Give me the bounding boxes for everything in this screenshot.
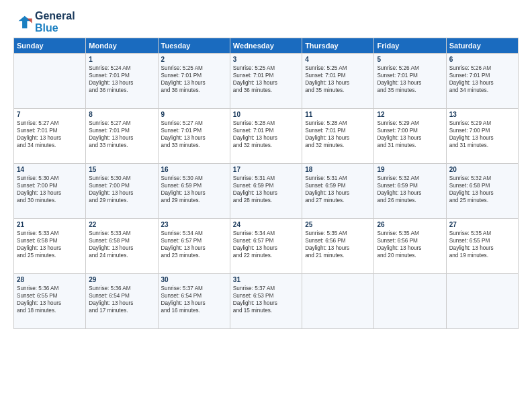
calendar-cell: 5Sunrise: 5:26 AM Sunset: 7:01 PM Daylig… xyxy=(374,54,446,109)
calendar-cell: 8Sunrise: 5:27 AM Sunset: 7:01 PM Daylig… xyxy=(86,109,158,164)
cell-content: Sunrise: 5:32 AM Sunset: 6:59 PM Dayligh… xyxy=(377,175,443,204)
cell-content: Sunrise: 5:37 AM Sunset: 6:53 PM Dayligh… xyxy=(233,285,299,314)
day-number: 22 xyxy=(89,221,154,228)
calendar-cell: 19Sunrise: 5:32 AM Sunset: 6:59 PM Dayli… xyxy=(374,164,446,219)
col-header-tuesday: Tuesday xyxy=(158,38,230,54)
cell-content: Sunrise: 5:34 AM Sunset: 6:57 PM Dayligh… xyxy=(233,230,299,259)
cell-content: Sunrise: 5:25 AM Sunset: 7:01 PM Dayligh… xyxy=(233,64,299,94)
day-number: 23 xyxy=(161,221,227,228)
cell-content: Sunrise: 5:35 AM Sunset: 6:55 PM Dayligh… xyxy=(449,230,515,259)
cell-content: Sunrise: 5:26 AM Sunset: 7:01 PM Dayligh… xyxy=(449,64,515,94)
cell-content: Sunrise: 5:31 AM Sunset: 6:59 PM Dayligh… xyxy=(305,175,371,204)
cell-content: Sunrise: 5:29 AM Sunset: 7:00 PM Dayligh… xyxy=(377,120,443,149)
svg-marker-0 xyxy=(19,15,31,28)
cell-content: Sunrise: 5:34 AM Sunset: 6:57 PM Dayligh… xyxy=(161,230,227,259)
cell-content: Sunrise: 5:30 AM Sunset: 6:59 PM Dayligh… xyxy=(161,175,227,204)
day-number: 19 xyxy=(377,166,443,173)
calendar-cell: 12Sunrise: 5:29 AM Sunset: 7:00 PM Dayli… xyxy=(374,109,446,164)
calendar-cell: 28Sunrise: 5:36 AM Sunset: 6:55 PM Dayli… xyxy=(14,274,86,329)
cell-content: Sunrise: 5:28 AM Sunset: 7:01 PM Dayligh… xyxy=(233,120,299,149)
calendar-cell: 9Sunrise: 5:27 AM Sunset: 7:01 PM Daylig… xyxy=(158,109,230,164)
calendar-cell: 18Sunrise: 5:31 AM Sunset: 6:59 PM Dayli… xyxy=(302,164,374,219)
day-number: 17 xyxy=(233,166,299,173)
day-number: 31 xyxy=(233,276,299,283)
day-number: 6 xyxy=(449,56,515,63)
cell-content: Sunrise: 5:32 AM Sunset: 6:58 PM Dayligh… xyxy=(449,175,515,204)
calendar-cell: 17Sunrise: 5:31 AM Sunset: 6:59 PM Dayli… xyxy=(230,164,302,219)
day-number: 12 xyxy=(377,111,443,118)
calendar-cell: 24Sunrise: 5:34 AM Sunset: 6:57 PM Dayli… xyxy=(230,219,302,274)
day-number: 29 xyxy=(89,276,154,283)
day-number: 27 xyxy=(449,221,515,228)
day-number: 10 xyxy=(233,111,299,118)
calendar-cell: 25Sunrise: 5:35 AM Sunset: 6:56 PM Dayli… xyxy=(302,219,374,274)
cell-content: Sunrise: 5:27 AM Sunset: 7:01 PM Dayligh… xyxy=(89,120,154,149)
day-number: 21 xyxy=(17,221,83,228)
calendar-cell: 7Sunrise: 5:27 AM Sunset: 7:01 PM Daylig… xyxy=(14,109,86,164)
calendar-cell: 4Sunrise: 5:25 AM Sunset: 7:01 PM Daylig… xyxy=(302,54,374,109)
calendar-cell: 29Sunrise: 5:36 AM Sunset: 6:54 PM Dayli… xyxy=(86,274,158,329)
calendar-cell: 13Sunrise: 5:29 AM Sunset: 7:00 PM Dayli… xyxy=(446,109,518,164)
day-number: 18 xyxy=(305,166,371,173)
calendar-header: SundayMondayTuesdayWednesdayThursdayFrid… xyxy=(14,38,519,54)
calendar-cell: 14Sunrise: 5:30 AM Sunset: 7:00 PM Dayli… xyxy=(14,164,86,219)
cell-content: Sunrise: 5:31 AM Sunset: 6:59 PM Dayligh… xyxy=(233,175,299,204)
calendar-cell xyxy=(302,274,374,329)
cell-content: Sunrise: 5:35 AM Sunset: 6:56 PM Dayligh… xyxy=(377,230,443,259)
day-number: 7 xyxy=(17,111,83,118)
logo-text: General Blue xyxy=(35,10,75,34)
calendar-cell: 10Sunrise: 5:28 AM Sunset: 7:01 PM Dayli… xyxy=(230,109,302,164)
day-number: 1 xyxy=(89,56,154,63)
cell-content: Sunrise: 5:30 AM Sunset: 7:00 PM Dayligh… xyxy=(17,175,83,204)
day-number: 25 xyxy=(305,221,371,228)
calendar-cell: 23Sunrise: 5:34 AM Sunset: 6:57 PM Dayli… xyxy=(158,219,230,274)
cell-content: Sunrise: 5:33 AM Sunset: 6:58 PM Dayligh… xyxy=(17,230,83,259)
calendar-cell: 16Sunrise: 5:30 AM Sunset: 6:59 PM Dayli… xyxy=(158,164,230,219)
cell-content: Sunrise: 5:37 AM Sunset: 6:54 PM Dayligh… xyxy=(161,285,227,314)
day-number: 5 xyxy=(377,56,443,63)
calendar-cell xyxy=(14,54,86,109)
day-number: 8 xyxy=(89,111,154,118)
week-row-4: 21Sunrise: 5:33 AM Sunset: 6:58 PM Dayli… xyxy=(14,219,519,274)
day-number: 4 xyxy=(305,56,371,63)
cell-content: Sunrise: 5:29 AM Sunset: 7:00 PM Dayligh… xyxy=(449,120,515,149)
calendar-cell: 30Sunrise: 5:37 AM Sunset: 6:54 PM Dayli… xyxy=(158,274,230,329)
cell-content: Sunrise: 5:27 AM Sunset: 7:01 PM Dayligh… xyxy=(161,120,227,149)
calendar-cell: 26Sunrise: 5:35 AM Sunset: 6:56 PM Dayli… xyxy=(374,219,446,274)
calendar-cell: 21Sunrise: 5:33 AM Sunset: 6:58 PM Dayli… xyxy=(14,219,86,274)
calendar-cell xyxy=(374,274,446,329)
cell-content: Sunrise: 5:24 AM Sunset: 7:01 PM Dayligh… xyxy=(89,64,154,94)
week-row-5: 28Sunrise: 5:36 AM Sunset: 6:55 PM Dayli… xyxy=(14,274,519,329)
calendar-cell: 22Sunrise: 5:33 AM Sunset: 6:58 PM Dayli… xyxy=(86,219,158,274)
day-number: 3 xyxy=(233,56,299,63)
week-row-3: 14Sunrise: 5:30 AM Sunset: 7:00 PM Dayli… xyxy=(14,164,519,219)
col-header-monday: Monday xyxy=(86,38,158,54)
calendar-cell: 20Sunrise: 5:32 AM Sunset: 6:58 PM Dayli… xyxy=(446,164,518,219)
logo-icon xyxy=(13,15,32,30)
calendar-table: SundayMondayTuesdayWednesdayThursdayFrid… xyxy=(13,38,519,329)
cell-content: Sunrise: 5:33 AM Sunset: 6:58 PM Dayligh… xyxy=(89,230,154,259)
day-number: 26 xyxy=(377,221,443,228)
day-number: 15 xyxy=(89,166,154,173)
cell-content: Sunrise: 5:26 AM Sunset: 7:01 PM Dayligh… xyxy=(377,64,443,94)
col-header-saturday: Saturday xyxy=(446,38,518,54)
main-container: General Blue SundayMondayTuesdayWednesda… xyxy=(0,0,532,336)
col-header-wednesday: Wednesday xyxy=(230,38,302,54)
day-number: 30 xyxy=(161,276,227,283)
cell-content: Sunrise: 5:36 AM Sunset: 6:54 PM Dayligh… xyxy=(89,285,154,314)
day-number: 13 xyxy=(449,111,515,118)
week-row-2: 7Sunrise: 5:27 AM Sunset: 7:01 PM Daylig… xyxy=(14,109,519,164)
week-row-1: 1Sunrise: 5:24 AM Sunset: 7:01 PM Daylig… xyxy=(14,54,519,109)
day-number: 14 xyxy=(17,166,83,173)
cell-content: Sunrise: 5:35 AM Sunset: 6:56 PM Dayligh… xyxy=(305,230,371,259)
cell-content: Sunrise: 5:25 AM Sunset: 7:01 PM Dayligh… xyxy=(305,64,371,94)
calendar-cell: 15Sunrise: 5:30 AM Sunset: 7:00 PM Dayli… xyxy=(86,164,158,219)
calendar-cell xyxy=(446,274,518,329)
calendar-cell: 3Sunrise: 5:25 AM Sunset: 7:01 PM Daylig… xyxy=(230,54,302,109)
cell-content: Sunrise: 5:25 AM Sunset: 7:01 PM Dayligh… xyxy=(161,64,227,94)
col-header-thursday: Thursday xyxy=(302,38,374,54)
day-number: 11 xyxy=(305,111,371,118)
logo: General Blue xyxy=(13,10,75,34)
calendar-cell: 6Sunrise: 5:26 AM Sunset: 7:01 PM Daylig… xyxy=(446,54,518,109)
day-number: 16 xyxy=(161,166,227,173)
